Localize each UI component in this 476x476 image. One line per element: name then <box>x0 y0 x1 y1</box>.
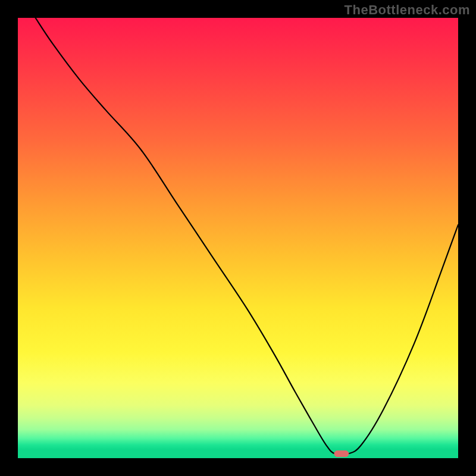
bottleneck-curve <box>36 18 458 455</box>
plot-area <box>18 18 458 458</box>
optimum-marker <box>334 451 349 457</box>
curve-layer <box>18 18 458 458</box>
watermark-text: TheBottleneck.com <box>345 2 470 18</box>
chart-frame: TheBottleneck.com <box>0 0 476 476</box>
